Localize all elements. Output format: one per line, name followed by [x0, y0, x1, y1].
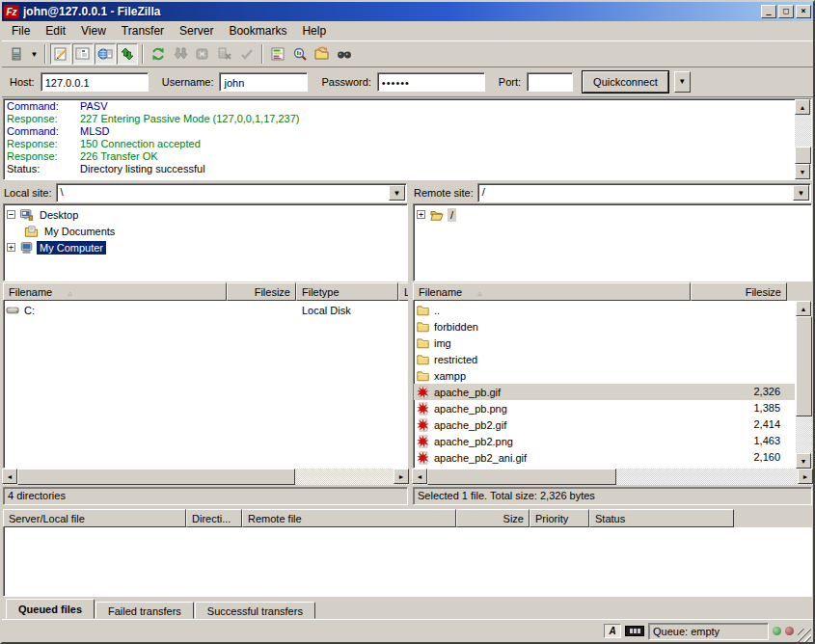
cancel-operation-icon[interactable] — [192, 43, 213, 65]
filter-icon[interactable] — [267, 43, 288, 65]
queue-column-header[interactable]: Directi... — [186, 509, 242, 527]
remote-file-row[interactable]: .. — [414, 302, 795, 318]
filezilla-window: Fz john@127.0.0.1 - FileZilla _ □ × File… — [0, 0, 815, 644]
queue-column-header[interactable]: Status — [589, 509, 734, 527]
scrollbar-thumb[interactable] — [427, 469, 616, 485]
local-file-list: C: Local Disk — [3, 301, 408, 469]
queue-column-header[interactable]: Size — [456, 509, 530, 527]
expand-icon[interactable]: + — [417, 210, 425, 219]
menu-item[interactable]: View — [73, 22, 114, 40]
remote-horizontal-scrollbar[interactable]: ◄ ► — [412, 469, 813, 485]
toggle-queue-icon[interactable] — [117, 43, 138, 65]
tree-node-root[interactable]: + / — [417, 206, 811, 223]
scroll-down-icon[interactable]: ▼ — [795, 164, 810, 179]
remote-file-row[interactable]: apache_pb.png 1,385 — [414, 400, 795, 416]
scroll-up-icon[interactable]: ▲ — [796, 301, 811, 316]
remote-file-row[interactable]: apache_pb2_ani.gif 2,160 — [414, 449, 795, 466]
queue-tab[interactable]: Queued files — [6, 599, 95, 619]
toolbar: ▼ — [2, 41, 813, 67]
toggle-remote-tree-icon[interactable] — [95, 43, 116, 65]
scroll-left-icon[interactable]: ◄ — [412, 469, 427, 484]
column-header[interactable]: Filesize — [227, 282, 296, 301]
username-input[interactable] — [219, 72, 308, 92]
column-header[interactable]: L — [398, 282, 408, 301]
remote-file-row[interactable]: xampp — [414, 367, 795, 384]
menu-item[interactable]: Bookmarks — [221, 22, 294, 40]
tree-node-my-documents[interactable]: My Documents — [7, 223, 407, 239]
speed-limits-icon[interactable] — [625, 626, 644, 636]
site-manager-dropdown-icon[interactable]: ▼ — [28, 43, 41, 65]
remote-file-list: .. — [413, 301, 796, 469]
remote-file-row[interactable]: apache_pb2.gif 2,414 — [414, 416, 795, 433]
folder-icon — [416, 304, 430, 316]
queue-tab[interactable]: Failed transfers — [95, 602, 194, 619]
scrollbar-thumb[interactable] — [17, 469, 295, 485]
maximize-button[interactable]: □ — [778, 5, 794, 18]
column-header[interactable]: Filesize — [691, 282, 787, 301]
scroll-up-icon[interactable]: ▲ — [795, 99, 810, 115]
remote-file-row[interactable]: img — [414, 335, 795, 351]
queue-column-header[interactable]: Remote file — [242, 509, 456, 527]
queue-column-header[interactable]: Priority — [530, 509, 589, 527]
scroll-left-icon[interactable]: ◄ — [2, 469, 17, 484]
image-file-icon — [416, 418, 430, 432]
remote-vertical-scrollbar[interactable]: ▲ ▼ — [796, 301, 812, 469]
port-input[interactable] — [527, 72, 573, 92]
resize-grip[interactable] — [798, 629, 811, 642]
local-horizontal-scrollbar[interactable]: ◄ ► — [2, 469, 409, 485]
reconnect-icon[interactable] — [236, 43, 258, 65]
password-input[interactable] — [377, 72, 485, 92]
chevron-down-icon[interactable]: ▼ — [389, 185, 405, 201]
menu-item[interactable]: Server — [172, 22, 221, 40]
password-label: Password: — [321, 76, 370, 88]
quickconnect-button[interactable]: Quickconnect — [583, 71, 668, 93]
log-line: Response: 227 Entering Passive Mode (127… — [7, 113, 795, 125]
site-manager-icon[interactable] — [6, 43, 27, 65]
computer-icon — [19, 241, 34, 255]
menu-item[interactable]: Edit — [38, 22, 73, 40]
collapse-icon[interactable]: − — [7, 210, 15, 219]
local-site-combo[interactable]: \ ▼ — [56, 183, 407, 202]
toggle-message-log-icon[interactable] — [50, 43, 71, 65]
quickconnect-dropdown-icon[interactable]: ▼ — [674, 71, 691, 93]
log-scrollbar[interactable]: ▲ ▼ — [795, 99, 811, 179]
remote-file-row[interactable]: apache_pb.gif 2,326 — [414, 384, 795, 400]
close-button[interactable]: × — [796, 5, 811, 18]
disconnect-icon[interactable] — [214, 43, 235, 65]
menu-item[interactable]: Transfer — [114, 22, 172, 40]
local-file-row[interactable]: C: Local Disk — [4, 302, 407, 318]
scrollbar-thumb[interactable] — [795, 147, 811, 164]
scroll-down-icon[interactable]: ▼ — [796, 453, 811, 469]
tree-node-desktop[interactable]: − Desktop — [7, 206, 407, 223]
remote-file-row[interactable]: apache_pb2.png 1,463 — [414, 433, 795, 449]
message-log: Command: PASV Response: 227 Entering Pas… — [3, 98, 812, 180]
chevron-down-icon[interactable]: ▼ — [793, 185, 809, 201]
host-input[interactable] — [41, 72, 149, 92]
column-header[interactable]: Filename — [413, 282, 691, 301]
directory-comparison-icon[interactable] — [289, 43, 311, 65]
desktop-icon — [19, 208, 34, 222]
tree-node-my-computer[interactable]: + My Computer — [7, 239, 407, 255]
toggle-local-tree-icon[interactable] — [72, 43, 94, 65]
minimize-button[interactable]: _ — [761, 5, 776, 18]
remote-site-combo[interactable]: / ▼ — [477, 183, 811, 202]
expand-icon[interactable]: + — [7, 243, 15, 252]
queue-column-header[interactable]: Server/Local file — [3, 509, 186, 527]
port-label: Port: — [499, 76, 521, 88]
menu-item[interactable]: Help — [294, 22, 334, 40]
scroll-right-icon[interactable]: ► — [798, 469, 813, 484]
column-header[interactable]: Filename — [3, 282, 227, 301]
log-line: Response: 150 Connection accepted — [7, 138, 795, 150]
scrollbar-thumb[interactable] — [796, 316, 812, 416]
queue-list[interactable] — [3, 527, 812, 597]
remote-file-row[interactable]: forbidden — [414, 318, 795, 335]
column-header[interactable]: Filetype — [296, 282, 398, 301]
synchronized-browsing-icon[interactable] — [312, 43, 333, 65]
refresh-icon[interactable] — [148, 43, 169, 65]
menu-item[interactable]: File — [4, 22, 38, 40]
queue-tab[interactable]: Successful transfers — [195, 602, 315, 619]
scroll-right-icon[interactable]: ► — [394, 469, 409, 484]
remote-file-row[interactable]: restricted — [414, 351, 795, 367]
process-queue-icon[interactable] — [170, 43, 191, 65]
find-files-icon[interactable] — [334, 43, 355, 65]
